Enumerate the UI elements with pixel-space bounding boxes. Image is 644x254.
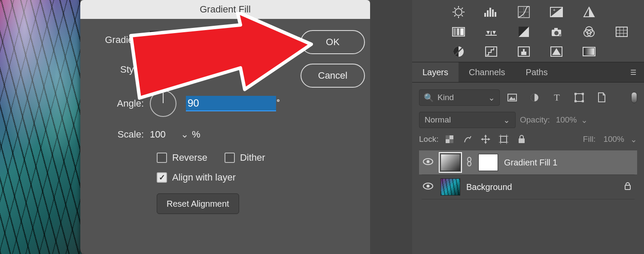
- curves-icon[interactable]: [515, 6, 532, 18]
- angle-dial[interactable]: [150, 90, 176, 117]
- canvas-preview: [0, 0, 82, 254]
- svg-point-78: [468, 162, 471, 166]
- dialog-title: Gradient Fill: [80, 0, 370, 19]
- layers-panel: 🔍 Kind ⌄ T Normal ⌄ Opacity: 100% ⌄: [412, 83, 644, 206]
- style-label: Style:: [94, 64, 150, 75]
- ok-button[interactable]: OK: [301, 30, 365, 54]
- svg-point-80: [427, 185, 430, 188]
- fill-label: Fill:: [583, 135, 596, 144]
- chevron-down-icon: ▾: [253, 36, 258, 47]
- hue-saturation-icon[interactable]: [450, 26, 467, 38]
- vibrance-icon[interactable]: [580, 6, 598, 18]
- checkbox-icon: [225, 153, 235, 163]
- selective-color-icon[interactable]: [548, 46, 565, 58]
- filter-smartobject-icon[interactable]: [596, 92, 607, 103]
- search-icon: 🔍: [424, 93, 434, 103]
- adjustments-panel: +: [412, 0, 644, 62]
- invert-icon[interactable]: [450, 46, 467, 58]
- svg-rect-11: [489, 8, 491, 17]
- lock-transparency-icon[interactable]: [444, 134, 455, 144]
- panel-gutter: [370, 0, 412, 254]
- levels-icon[interactable]: [483, 6, 500, 18]
- style-select[interactable]: L: [150, 61, 167, 78]
- chevron-down-icon[interactable]: ⌄: [630, 135, 637, 144]
- svg-rect-39: [616, 27, 627, 37]
- separator: [422, 199, 635, 199]
- checkbox-icon: [157, 153, 167, 163]
- lock-position-icon[interactable]: [480, 134, 491, 144]
- photo-filter-icon[interactable]: [548, 26, 565, 38]
- cancel-button[interactable]: Cancel: [301, 64, 365, 88]
- layer-mask-thumbnail[interactable]: [478, 154, 498, 171]
- link-icon[interactable]: [466, 157, 472, 168]
- threshold-icon[interactable]: [515, 46, 532, 58]
- svg-marker-65: [484, 135, 487, 137]
- svg-line-7: [462, 8, 463, 9]
- visibility-icon[interactable]: [422, 182, 434, 192]
- opacity-value[interactable]: 100%: [556, 115, 577, 125]
- layer-row[interactable]: Gradient Fill 1: [419, 150, 637, 174]
- exposure-icon[interactable]: +: [548, 6, 565, 18]
- layer-name[interactable]: Background: [466, 182, 618, 192]
- svg-point-34: [554, 31, 559, 35]
- posterize-icon[interactable]: [483, 46, 500, 58]
- layer-row[interactable]: Background: [419, 175, 637, 199]
- tab-channels[interactable]: Channels: [459, 62, 516, 82]
- chevron-down-icon: ⌄: [488, 93, 495, 103]
- lock-image-icon[interactable]: [462, 134, 473, 144]
- color-balance-icon[interactable]: [483, 26, 500, 38]
- layer-thumbnail[interactable]: [440, 154, 460, 171]
- svg-rect-12: [492, 9, 494, 17]
- blend-mode-select[interactable]: Normal ⌄: [419, 112, 516, 128]
- filter-adjustment-icon[interactable]: [529, 92, 540, 103]
- gradient-label: Gradient:: [94, 34, 150, 46]
- angle-input[interactable]: [186, 96, 276, 111]
- chevron-down-icon[interactable]: ⌄: [181, 129, 188, 140]
- black-white-icon[interactable]: [515, 26, 532, 38]
- filter-type-icon[interactable]: T: [551, 92, 562, 103]
- reset-alignment-button[interactable]: Reset Alignment: [157, 193, 239, 214]
- degree-icon: [277, 99, 279, 102]
- svg-rect-61: [446, 135, 450, 139]
- fill-value[interactable]: 100%: [603, 135, 624, 144]
- right-panel-area: + Layers Channels Paths ☰ 🔍 Kind: [412, 0, 644, 254]
- svg-rect-59: [582, 100, 584, 102]
- filter-toggle[interactable]: [631, 92, 637, 103]
- filter-shape-icon[interactable]: [574, 92, 585, 103]
- layer-name[interactable]: Gradient Fill 1: [504, 158, 635, 168]
- tab-paths[interactable]: Paths: [516, 62, 558, 82]
- layers-list: Gradient Fill 1 Background: [419, 150, 637, 199]
- svg-marker-53: [509, 97, 516, 100]
- gradient-fill-dialog: Gradient Fill Gradient: ▾ Style: L Angle…: [80, 0, 370, 254]
- gradient-map-icon[interactable]: [580, 46, 598, 58]
- color-lookup-icon[interactable]: [613, 26, 630, 38]
- panel-menu-icon[interactable]: ☰: [623, 68, 644, 77]
- dither-checkbox[interactable]: Dither: [225, 152, 265, 163]
- svg-rect-69: [501, 136, 507, 142]
- tab-layers[interactable]: Layers: [412, 62, 459, 82]
- svg-rect-33: [554, 28, 558, 30]
- lock-all-icon[interactable]: [516, 134, 527, 144]
- checkbox-checked-icon: [157, 172, 167, 183]
- gradient-picker[interactable]: ▾: [150, 31, 246, 49]
- chevron-down-icon[interactable]: ⌄: [581, 115, 588, 125]
- svg-rect-81: [625, 185, 630, 190]
- scale-label: Scale:: [94, 129, 150, 140]
- align-label: Align with layer: [172, 172, 236, 183]
- brightness-contrast-icon[interactable]: [450, 6, 467, 18]
- angle-label: Angle:: [94, 98, 150, 109]
- channel-mixer-icon[interactable]: [580, 26, 598, 38]
- align-checkbox[interactable]: Align with layer: [157, 172, 236, 183]
- lock-artboard-icon[interactable]: [498, 134, 509, 144]
- svg-line-8: [454, 15, 456, 16]
- scale-input[interactable]: [150, 129, 181, 140]
- reverse-checkbox[interactable]: Reverse: [157, 152, 207, 163]
- filter-pixel-icon[interactable]: [507, 92, 518, 103]
- svg-text:+: +: [553, 8, 556, 12]
- svg-marker-66: [484, 142, 487, 144]
- visibility-icon[interactable]: [422, 158, 434, 167]
- kind-label: Kind: [437, 93, 454, 102]
- layer-kind-filter[interactable]: 🔍 Kind ⌄: [419, 89, 500, 106]
- svg-rect-25: [460, 28, 464, 35]
- layer-thumbnail[interactable]: [440, 178, 460, 196]
